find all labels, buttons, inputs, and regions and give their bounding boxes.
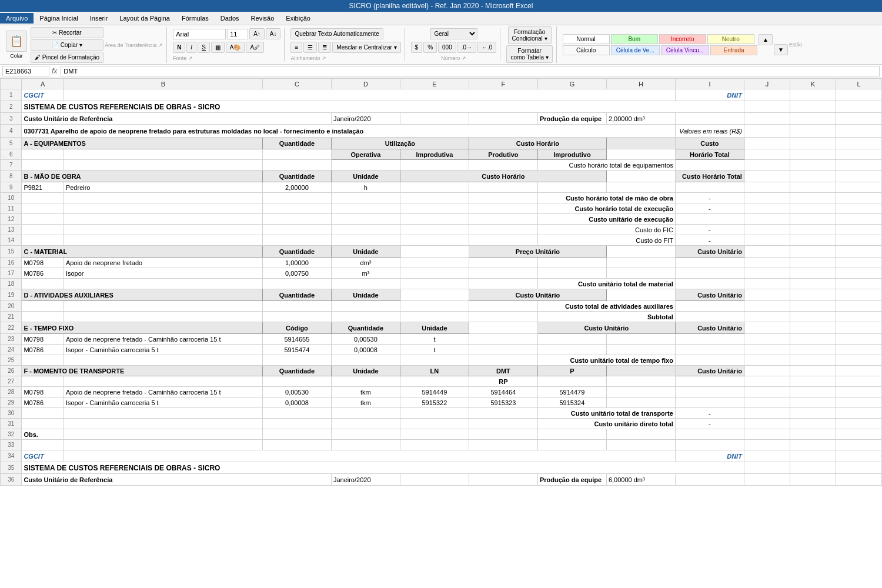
percent-button[interactable]: % [423, 42, 437, 53]
cell-10j[interactable] [744, 193, 790, 203]
cell-8j[interactable] [744, 171, 790, 182]
cell-28i[interactable] [675, 387, 744, 397]
cell-10e[interactable] [400, 193, 469, 203]
col-header-l[interactable]: L [836, 79, 881, 89]
cell-25e[interactable] [400, 355, 469, 366]
cell-6h[interactable] [606, 149, 675, 160]
cell-21b[interactable] [64, 312, 262, 322]
cell-26f[interactable]: DMT [469, 366, 537, 376]
style-neutro[interactable]: Neutro [707, 34, 754, 44]
cell-24l[interactable] [836, 345, 881, 355]
mesclar-button[interactable]: Mesclar e Centralizar ▾ [332, 42, 400, 53]
cell-24g[interactable] [537, 345, 606, 355]
cell-5i[interactable]: Custo [675, 138, 744, 149]
cell-5c[interactable]: Quantidade [262, 138, 331, 149]
cell-29j[interactable] [744, 397, 790, 408]
cell-3j[interactable] [744, 113, 790, 125]
cell-15i[interactable]: Custo Unitário [675, 246, 744, 258]
cell-20f[interactable] [469, 301, 537, 312]
cell-13j[interactable] [744, 225, 790, 235]
cell-11k[interactable] [790, 203, 836, 214]
cell-23f[interactable] [469, 334, 537, 345]
cell-32k[interactable] [790, 429, 836, 440]
cell-16d[interactable]: dm³ [331, 258, 400, 268]
cell-29i[interactable] [675, 397, 744, 408]
cell-12i[interactable] [675, 214, 744, 225]
cell-20e[interactable] [400, 301, 469, 312]
cell-14d[interactable] [331, 235, 400, 246]
cell-6l[interactable] [836, 149, 881, 160]
cell-17h[interactable] [606, 268, 675, 279]
cell-14j[interactable] [744, 235, 790, 246]
cell-19h[interactable] [606, 289, 675, 301]
cell-2j[interactable] [744, 101, 790, 113]
cell-18c[interactable] [262, 279, 331, 289]
cell-25l[interactable] [836, 355, 881, 366]
cell-24f[interactable] [469, 345, 537, 355]
cell-29k[interactable] [790, 397, 836, 408]
cell-7k[interactable] [790, 160, 836, 171]
cell-12c[interactable] [262, 214, 331, 225]
cell-13e[interactable] [400, 225, 469, 235]
cell-13f[interactable] [469, 225, 537, 235]
cell-2l[interactable] [836, 101, 881, 113]
cell-14l[interactable] [836, 235, 881, 246]
cell-21k[interactable] [790, 312, 836, 322]
cell-26e[interactable]: LN [400, 366, 469, 376]
cell-11f[interactable] [469, 203, 537, 214]
cell-5l[interactable] [836, 138, 881, 149]
cell-17i[interactable] [675, 268, 744, 279]
cell-36g[interactable]: Produção da equipe [537, 474, 606, 486]
decimal-inc-button[interactable]: .0→ [457, 42, 476, 53]
cell-20i[interactable] [675, 301, 744, 312]
cell-9j[interactable] [744, 182, 790, 193]
cell-26h[interactable] [606, 366, 675, 376]
cell-18b[interactable] [64, 279, 262, 289]
cell-31a[interactable] [22, 419, 64, 429]
cell-19k[interactable] [790, 289, 836, 301]
cell-36k[interactable] [790, 474, 836, 486]
cell-10b[interactable] [64, 193, 262, 203]
cell-10l[interactable] [836, 193, 881, 203]
cell-32g[interactable] [537, 429, 606, 440]
recortar-button[interactable]: ✂ Recortar [31, 27, 103, 38]
cell-10i[interactable]: - [675, 193, 744, 203]
cell-32l[interactable] [836, 429, 881, 440]
cell-29b[interactable]: Isopor - Caminhão carroceria 5 t [64, 397, 262, 408]
cell-12d[interactable] [331, 214, 400, 225]
cell-31k[interactable] [790, 419, 836, 429]
cell-8i[interactable]: Custo Horário Total [675, 171, 744, 182]
cell-28a[interactable]: M0798 [22, 387, 64, 397]
cell-9i[interactable] [675, 182, 744, 193]
cell-30c[interactable] [262, 408, 331, 419]
cell-30i[interactable]: - [675, 408, 744, 419]
cell-35a[interactable]: SISTEMA DE CUSTOS REFERENCIAIS DE OBRAS … [22, 462, 744, 474]
cell-33j[interactable] [744, 440, 790, 450]
cell-25g[interactable]: Custo unitário total de tempo fixo [537, 355, 675, 366]
cell-11e[interactable] [400, 203, 469, 214]
cell-4l[interactable] [836, 125, 881, 138]
cell-19j[interactable] [744, 289, 790, 301]
cell-25i[interactable] [675, 355, 744, 366]
cell-17c[interactable]: 0,00750 [262, 268, 331, 279]
cell-9c[interactable]: 2,00000 [262, 182, 331, 193]
cell-19c[interactable]: Quantidade [262, 289, 331, 301]
align-right-button[interactable]: ≣ [318, 42, 331, 53]
cell-4k[interactable] [790, 125, 836, 138]
cell-20j[interactable] [744, 301, 790, 312]
cell-31c[interactable] [262, 419, 331, 429]
cell-3a[interactable]: Custo Unitário de Referência [22, 113, 332, 125]
menu-formulas[interactable]: Fórmulas [176, 13, 215, 24]
cell-23j[interactable] [744, 334, 790, 345]
styles-scroll-up[interactable]: ▲ [759, 34, 773, 45]
cell-27b[interactable] [64, 376, 262, 387]
cell-11d[interactable] [331, 203, 400, 214]
cell-34a[interactable]: CGCIT [22, 450, 64, 462]
cell-20d[interactable] [331, 301, 400, 312]
cell-12l[interactable] [836, 214, 881, 225]
cell-7f[interactable] [469, 160, 537, 171]
cell-28k[interactable] [790, 387, 836, 397]
cell-13a[interactable] [22, 225, 64, 235]
cell-20a[interactable] [22, 301, 64, 312]
cell-9h[interactable] [606, 182, 675, 193]
